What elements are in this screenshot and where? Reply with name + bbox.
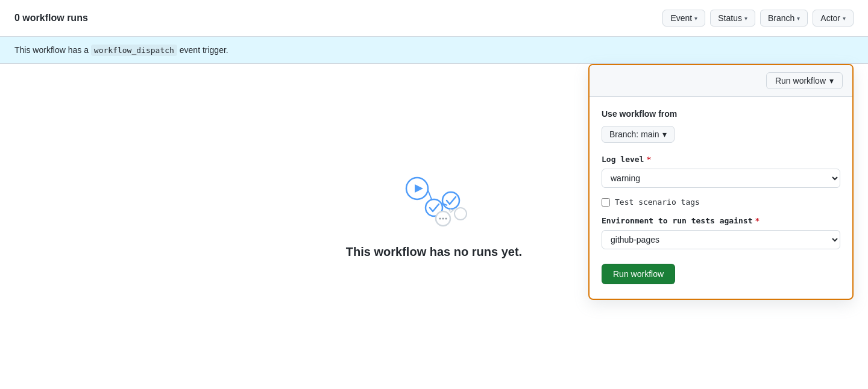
environment-required-star: * <box>755 216 760 225</box>
svg-point-3 <box>442 192 459 209</box>
page-wrapper: 0 workflow runs Event ▾ Status ▾ Branch … <box>0 0 868 389</box>
log-level-required-star: * <box>646 155 651 164</box>
log-level-field-group: Log level* warning debug info error <box>602 155 840 188</box>
branch-selector-label: Branch: main <box>609 129 659 139</box>
event-filter-button[interactable]: Event ▾ <box>662 10 705 26</box>
branch-selector-chevron: ▾ <box>662 129 667 139</box>
run-workflow-submit-button[interactable]: Run workflow <box>602 264 675 284</box>
filter-buttons: Event ▾ Status ▾ Branch ▾ Actor ▾ <box>662 10 854 26</box>
actor-filter-label: Actor <box>820 13 840 23</box>
status-chevron-icon: ▾ <box>744 15 747 22</box>
event-chevron-icon: ▾ <box>694 15 697 22</box>
log-level-select[interactable]: warning debug info error <box>602 169 840 188</box>
panel-caret <box>807 64 816 65</box>
run-workflow-submit-label: Run workflow <box>613 269 664 279</box>
top-bar: 0 workflow runs Event ▾ Status ▾ Branch … <box>0 0 868 37</box>
branch-chevron-icon: ▾ <box>797 15 800 22</box>
test-scenario-tags-label[interactable]: Test scenario tags <box>615 198 700 207</box>
event-filter-label: Event <box>670 13 692 23</box>
svg-point-7 <box>445 217 447 219</box>
empty-state-title: This workflow has no runs yet. <box>346 245 522 259</box>
environment-select[interactable]: github-pages staging production <box>602 230 840 249</box>
test-scenario-tags-checkbox[interactable] <box>602 198 610 207</box>
banner-suffix: event trigger. <box>177 45 228 55</box>
environment-field-group: Environment to run tests against* github… <box>602 216 840 249</box>
dispatch-banner: This workflow has a workflow_dispatch ev… <box>0 37 868 64</box>
use-workflow-from-label: Use workflow from <box>602 109 840 119</box>
actor-filter-button[interactable]: Actor ▾ <box>813 10 854 26</box>
run-workflow-trigger-label: Run workflow <box>775 76 826 86</box>
status-filter-label: Status <box>718 13 742 23</box>
panel-body: Use workflow from Branch: main ▾ Log lev… <box>590 97 852 299</box>
status-filter-button[interactable]: Status ▾ <box>710 10 755 26</box>
test-scenario-tags-row: Test scenario tags <box>602 198 840 207</box>
run-workflow-trigger-chevron: ▾ <box>829 76 834 86</box>
run-workflow-trigger-button[interactable]: Run workflow ▾ <box>766 72 843 89</box>
actor-chevron-icon: ▾ <box>843 15 846 22</box>
banner-code: workflow_dispatch <box>91 45 177 56</box>
workflow-illustration <box>398 170 470 231</box>
branch-selector-button[interactable]: Branch: main ▾ <box>602 126 675 143</box>
log-level-label: Log level* <box>602 155 840 164</box>
environment-label: Environment to run tests against* <box>602 216 840 225</box>
run-workflow-panel: Run workflow ▾ Use workflow from Branch:… <box>588 64 854 300</box>
branch-filter-label: Branch <box>768 13 794 23</box>
banner-prefix: This workflow has a <box>14 45 91 55</box>
svg-point-8 <box>454 208 467 220</box>
branch-filter-button[interactable]: Branch ▾ <box>760 10 808 26</box>
workflow-runs-count: 0 workflow runs <box>14 13 88 23</box>
svg-point-6 <box>442 217 444 219</box>
panel-header: Run workflow ▾ <box>590 65 852 97</box>
main-content: This workflow has no runs yet. Run workf… <box>0 64 868 365</box>
svg-line-9 <box>428 190 432 199</box>
svg-point-5 <box>439 217 441 219</box>
